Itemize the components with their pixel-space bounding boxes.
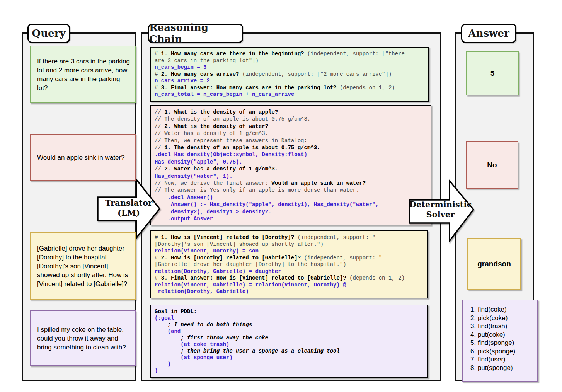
code-line: // The answer is Yes only if an apple is… [155, 187, 427, 194]
code-line: n_cars_begin = 3 [155, 64, 424, 71]
code-line: ) [155, 368, 424, 374]
query-text-math: If there are 3 cars in the parking lot a… [37, 57, 131, 92]
code-line: [Dorothy]'s son [Vincent] showed up shor… [155, 241, 424, 248]
code-line: // Now, we derive the final answer: Woul… [155, 180, 427, 187]
answer-panel-title: Answer [461, 24, 516, 43]
query-card-math: If there are 3 cars in the parking lot a… [30, 46, 136, 103]
query-text-apple: Would an apple sink in water? [37, 153, 125, 162]
reasoning-block-datalog: // 1. What is the density of an apple?//… [150, 105, 431, 225]
code-line: relation(Vincent, Dorothy) = son [155, 248, 424, 255]
query-card-robot: I spilled my coke on the table, could yo… [30, 310, 136, 366]
code-line: // 2. What is the density of water? [155, 123, 427, 130]
code-line: # 1. How is [Vincent] related to [Doroth… [155, 234, 424, 241]
code-line: .decl Answer() [155, 194, 427, 201]
solver-label-line2: Solver [407, 210, 474, 220]
code-line: # 1. How many cars are there in the begi… [155, 51, 424, 58]
translator-label-line2: (LM) [96, 208, 162, 218]
answer-text-relation: grandson [477, 260, 511, 268]
reasoning-title-label: Reasoning Chain [149, 22, 242, 45]
query-card-relation: [Gabrielle] drove her daughter [Dorothy]… [30, 232, 136, 300]
query-text-relation: [Gabrielle] drove her daughter [Dorothy]… [37, 244, 131, 288]
plan-step: 3. find(trash) [470, 322, 535, 331]
code-line: # 2. How many cars arrive? (independent,… [155, 71, 424, 78]
query-text-robot: I spilled my coke on the table, could yo… [37, 325, 131, 352]
plan-step: 4. put(coke) [470, 331, 535, 339]
code-line: relation(Dorothy, Gabrielle) = daughter [155, 268, 424, 275]
code-line: Has_density("water", 1). [155, 173, 427, 180]
code-line: (at sponge user) [155, 355, 424, 361]
figure-canvas: If there are 3 cars in the parking lot a… [0, 0, 562, 392]
code-line: (at coke trash) [155, 341, 424, 348]
reasoning-block-math: # 1. How many cars are there in the begi… [150, 47, 429, 102]
code-line: [Gabrielle] drove her daughter [Dorothy]… [155, 261, 424, 268]
answer-card-math: 5 [466, 51, 519, 95]
plan-step: 1. find(coke) [470, 305, 535, 314]
answer-text-apple: No [487, 161, 497, 169]
code-line: # 3. Final answer: How many cars are in … [155, 85, 424, 92]
answer-title-label: Answer [468, 27, 509, 39]
code-line: // 2. Water has a density of 1 g/cm^3. [155, 165, 427, 172]
code-line: n_cars_total = n_cars_begin + n_cars_arr… [155, 91, 424, 98]
translator-label-line1: Translator [96, 198, 162, 208]
translator-arrow-label: Translator (LM) [96, 198, 162, 218]
query-card-apple: Would an apple sink in water? [30, 134, 136, 181]
code-line: # 2. How is [Dorothy] related to [Gabrie… [155, 255, 424, 262]
code-line: Answer() :- Has_density("apple", density… [155, 201, 427, 208]
code-line: // 1. The density of an apple is about 0… [155, 144, 427, 151]
answer-card-plan: 1. find(coke)2. pick(coke)3. find(trash)… [462, 300, 538, 382]
query-panel-title: Query [27, 24, 70, 43]
query-title-label: Query [32, 27, 66, 39]
plan-step: 2. pick(coke) [470, 314, 535, 322]
plan-step: 8. put(sponge) [470, 364, 535, 372]
code-line: ; I need to do both things [155, 322, 424, 328]
code-line: are 3 cars in the parking lot"]) [155, 58, 424, 65]
plan-step: 7. find(user) [470, 355, 535, 364]
code-line: relation(Dorothy, Gabrielle) [155, 288, 424, 295]
code-line: // Water has a density of 1 g/cm^3. [155, 130, 427, 137]
solver-label-line1: Deterministic [407, 199, 474, 210]
code-line: .decl Has_density(Object:symbol, Density… [155, 151, 427, 158]
reasoning-panel-title: Reasoning Chain [148, 24, 243, 43]
code-line: // Then, we represent these answers in D… [155, 137, 427, 144]
code-line: ) [155, 361, 424, 368]
reasoning-chain-panel: # 1. How many cars are there in the begi… [141, 32, 441, 381]
solver-arrow-label: Deterministic Solver [407, 199, 474, 220]
code-line: // The density of an apple is about 0.75… [155, 116, 427, 123]
code-line: ; first throw away the coke [155, 335, 424, 341]
code-line: # 3. Final answer: How is [Vincent] rela… [155, 275, 424, 282]
reasoning-block-relation: # 1. How is [Vincent] related to [Doroth… [150, 230, 428, 298]
code-line: Goal in PDDL: [155, 308, 424, 315]
plan-step: 6. pick(sponge) [470, 347, 535, 356]
code-line: .output Answer [155, 215, 427, 222]
answer-text-math: 5 [490, 69, 495, 78]
code-line: (and [155, 328, 424, 335]
code-line: (:goal [155, 315, 424, 322]
code-line: relation(Vincent, Gabrielle) = relation(… [155, 282, 424, 289]
code-line: // 1. What is the density of an apple? [155, 109, 427, 116]
plan-step: 5. find(sponge) [470, 339, 535, 347]
code-line: ; then bring the user a sponge as a clea… [155, 348, 424, 355]
code-line: density2), density1 > density2. [155, 208, 427, 215]
code-line: Has_density("apple", 0.75). [155, 159, 427, 165]
code-line: n_cars_arrive = 2 [155, 78, 424, 85]
answer-card-relation: grandson [467, 238, 521, 290]
reasoning-block-pddl: Goal in PDDL:(:goal ; I need to do both … [150, 305, 428, 378]
